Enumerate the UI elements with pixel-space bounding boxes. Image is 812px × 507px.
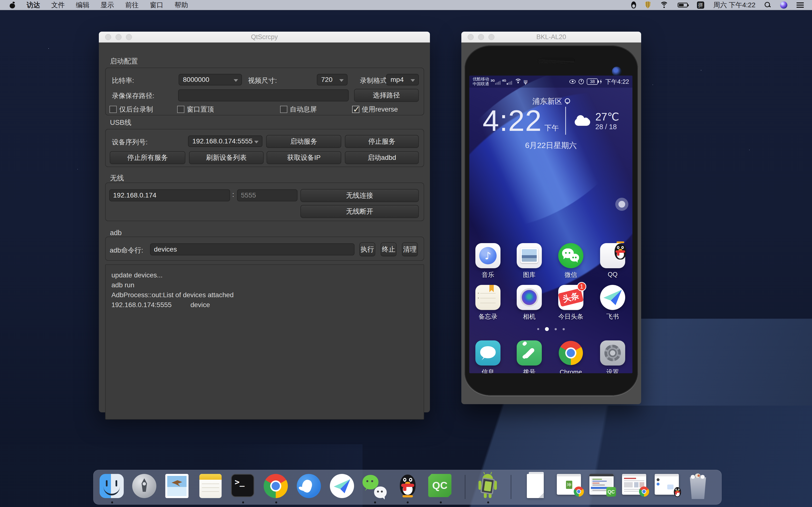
start-service-button[interactable]: 启动服务	[266, 135, 341, 148]
dock-launchpad[interactable]	[132, 474, 157, 499]
chrome-icon[interactable]	[558, 341, 583, 366]
wireless-connect-button[interactable]: 无线连接	[300, 189, 419, 202]
notification-center-icon[interactable]	[797, 2, 804, 8]
adb-command-input[interactable]	[150, 243, 355, 256]
qtscrcpy-titlebar[interactable]: QtScrcpy	[99, 32, 430, 43]
wireless-port-input[interactable]	[237, 189, 298, 201]
checkbox-box[interactable]	[280, 106, 287, 113]
record-format-combo[interactable]: mp4	[386, 74, 419, 86]
minimize-button[interactable]	[115, 34, 121, 40]
wireless-ip-input[interactable]	[109, 189, 230, 201]
menu-view[interactable]: 显示	[101, 0, 114, 10]
page-dot[interactable]	[555, 328, 557, 330]
adb-clear-button[interactable]: 清理	[402, 242, 418, 257]
page-dot[interactable]	[563, 328, 565, 330]
notes-icon[interactable]	[475, 285, 501, 310]
serial-combo[interactable]: 192.168.0.174:5555	[188, 135, 262, 147]
qq-icon[interactable]	[600, 243, 625, 268]
bitrate-combo[interactable]: 8000000	[179, 74, 242, 86]
zoom-button[interactable]	[126, 34, 132, 40]
checkbox-auto-screen-off[interactable]: 自动息屏	[280, 105, 317, 114]
dock-feishu[interactable]	[330, 474, 355, 499]
apple-menu-icon[interactable]	[10, 2, 15, 8]
siri-icon[interactable]	[780, 1, 788, 9]
refresh-device-list-button[interactable]: 刷新设备列表	[189, 151, 264, 164]
wechat-icon[interactable]	[558, 243, 583, 268]
camera-icon[interactable]	[517, 285, 542, 310]
choose-path-button[interactable]: 选择路径	[354, 89, 419, 102]
minimize-button[interactable]	[478, 34, 484, 40]
app-feishu[interactable]: 飞书	[600, 285, 625, 321]
pinyin-input-icon[interactable]: 拼	[697, 1, 704, 9]
page-dot-active[interactable]	[545, 327, 549, 331]
dock-minimized-qtcreator-window[interactable]: QC	[590, 474, 615, 499]
close-button[interactable]	[468, 34, 474, 40]
checkbox-background-record[interactable]: 仅后台录制	[109, 105, 153, 114]
record-path-input[interactable]	[178, 89, 349, 101]
toutiao-icon[interactable]: 头条 1	[558, 285, 583, 310]
app-notes[interactable]: 备忘录	[475, 285, 501, 321]
adb-run-button[interactable]: 执行	[359, 242, 375, 257]
dock-qtcreator[interactable]: QC	[428, 474, 453, 499]
settings-gear-icon[interactable]	[600, 340, 625, 365]
app-camera[interactable]: 相机	[517, 285, 542, 321]
zoom-button[interactable]	[489, 34, 495, 40]
start-adbd-button[interactable]: 启动adbd	[345, 151, 419, 164]
adb-log-output[interactable]: update devices... adb run AdbProcess::ou…	[105, 264, 424, 419]
dock-notes[interactable]	[199, 474, 224, 499]
dock-finder[interactable]	[100, 474, 125, 499]
battery-icon[interactable]	[678, 3, 688, 7]
dock-terminal[interactable]: >_	[231, 474, 256, 499]
dock-seal-app[interactable]	[297, 474, 322, 499]
stop-service-button[interactable]: 停止服务	[345, 135, 419, 148]
dock-chrome[interactable]	[264, 474, 289, 499]
stop-all-services-button[interactable]: 停止所有服务	[110, 151, 185, 164]
dock-wechat[interactable]	[362, 474, 388, 499]
checkbox-box[interactable]	[352, 106, 359, 113]
music-icon[interactable]: ♪	[475, 243, 501, 268]
app-messages[interactable]: 信息	[475, 340, 501, 373]
app-dialer[interactable]: 拨号	[517, 340, 542, 373]
app-gallery[interactable]: 图库	[517, 243, 542, 279]
search-icon[interactable]	[765, 2, 771, 8]
dock-mail[interactable]	[165, 474, 191, 499]
dialer-icon[interactable]	[517, 340, 542, 365]
wifi-icon[interactable]	[660, 2, 668, 8]
menu-go[interactable]: 前往	[125, 0, 139, 10]
get-device-ip-button[interactable]: 获取设备IP	[266, 151, 341, 164]
dock-minimized-chrome-window[interactable]: 坤	[557, 474, 582, 499]
phone-window-titlebar[interactable]: BKL-AL20	[461, 32, 641, 43]
dock-qtscrcpy-android[interactable]	[475, 474, 501, 499]
feishu-icon[interactable]	[600, 285, 625, 310]
gallery-icon[interactable]	[517, 243, 542, 268]
assistive-ball[interactable]	[615, 198, 628, 211]
phone-screen[interactable]: 优酷移动 中国联通 3G 4G ψ 38	[469, 75, 632, 373]
clock-widget[interactable]: 4:22 下午 27℃ 28 / 18	[469, 106, 632, 135]
checkbox-use-reverse[interactable]: 使用reverse	[352, 105, 398, 114]
app-qq[interactable]: QQ	[600, 243, 625, 278]
page-dot[interactable]	[537, 328, 539, 330]
checkbox-window-on-top[interactable]: 窗口置顶	[177, 105, 214, 114]
menu-help[interactable]: 帮助	[174, 0, 188, 10]
wireless-disconnect-button[interactable]: 无线断开	[300, 205, 419, 218]
messages-icon[interactable]	[475, 340, 501, 365]
app-music[interactable]: ♪ 音乐	[475, 243, 501, 279]
menu-file[interactable]: 文件	[51, 0, 65, 10]
app-wechat[interactable]: 微信	[558, 243, 583, 279]
menubar-clock[interactable]: 周六 下午4:22	[713, 0, 755, 10]
app-settings[interactable]: 设置	[600, 340, 625, 373]
menu-edit[interactable]: 编辑	[76, 0, 89, 10]
menu-finder[interactable]: 访达	[27, 0, 40, 10]
adb-stop-button[interactable]: 终止	[380, 242, 397, 257]
dock-minimized-chrome-window-2[interactable]	[622, 474, 647, 499]
qq-menubar-icon[interactable]	[631, 1, 636, 8]
dock-qq[interactable]	[395, 474, 420, 499]
menu-window[interactable]: 窗口	[150, 0, 163, 10]
app-toutiao[interactable]: 头条 1 今日头条	[558, 285, 583, 321]
dock-trash[interactable]	[688, 474, 713, 499]
checkbox-box[interactable]	[177, 106, 185, 113]
checkbox-box[interactable]	[109, 106, 117, 113]
shield-icon[interactable]	[645, 1, 651, 9]
close-button[interactable]	[105, 34, 111, 40]
dock-minimized-qq-window[interactable]	[655, 474, 680, 499]
